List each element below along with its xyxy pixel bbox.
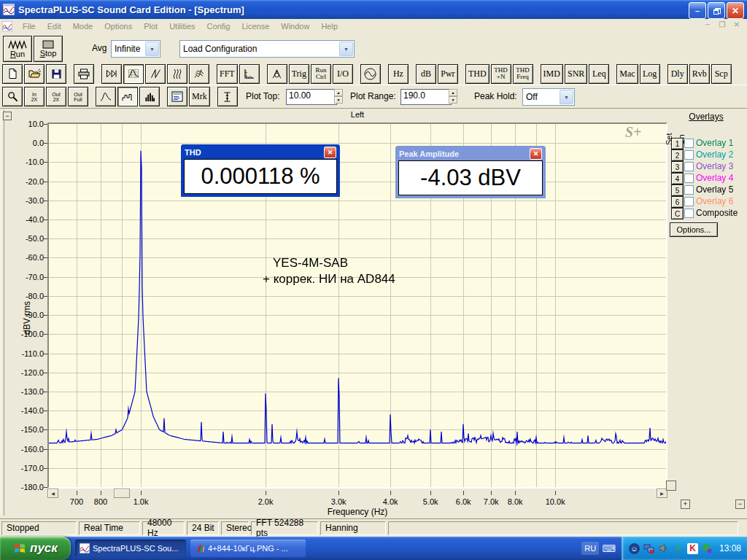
overlay-set-button-3[interactable]: 3: [671, 161, 684, 173]
spectrogram-view-button[interactable]: [167, 64, 187, 84]
display-options-button[interactable]: [167, 87, 187, 106]
generator-button[interactable]: [360, 64, 381, 84]
plot-range-input[interactable]: 190.0: [400, 89, 452, 105]
messenger-tray-icon[interactable]: ☺: [629, 543, 640, 554]
zoom-out-x-button[interactable]: −: [735, 499, 745, 509]
bars-button[interactable]: [139, 87, 160, 106]
volume-tray-icon[interactable]: [658, 543, 669, 554]
overlay-set-button-1[interactable]: 1: [671, 138, 684, 149]
zoom-in-x-button[interactable]: +: [681, 499, 690, 509]
zoom-button[interactable]: [2, 87, 23, 106]
overlay-set-button-4[interactable]: 4: [671, 173, 684, 184]
fft-settings-button[interactable]: FFT: [217, 64, 238, 84]
overlay-set-button-6[interactable]: 6: [671, 196, 684, 208]
overlay-on-checkbox-6[interactable]: [684, 197, 694, 206]
waveform-view-button[interactable]: [145, 64, 166, 84]
run-button[interactable]: Run: [3, 36, 32, 62]
spectrum-view-button[interactable]: [123, 64, 144, 84]
new-file-button[interactable]: [2, 64, 23, 84]
keyboard-icon[interactable]: ⌨: [602, 543, 616, 554]
overlay-on-checkbox-3[interactable]: [684, 162, 694, 171]
overlay-on-checkbox-4[interactable]: [684, 174, 694, 183]
thd-button[interactable]: THD: [465, 64, 489, 84]
thd-close-icon[interactable]: ✕: [324, 147, 336, 158]
dly-button[interactable]: Dly: [667, 64, 688, 84]
surface-view-button[interactable]: [189, 64, 209, 84]
hscroll-thumb[interactable]: [114, 489, 130, 498]
peak-amplitude-window[interactable]: Peak Amplitude ✕ -4.03 dBV: [395, 146, 546, 198]
narrowband-button[interactable]: [96, 87, 116, 106]
zoom-out-full-button[interactable]: OutFull: [68, 87, 88, 106]
peak-hold-select[interactable]: Off▼: [522, 88, 575, 106]
overlay-on-checkbox-2[interactable]: [684, 150, 694, 160]
task-button-2[interactable]: 4+844-10кГц.PNG - ...: [190, 540, 306, 557]
scale-button[interactable]: [239, 64, 260, 84]
minimize-button[interactable]: –: [689, 2, 706, 19]
stop-button[interactable]: Stop: [34, 36, 63, 62]
scp-button[interactable]: Scp: [711, 64, 732, 84]
menu-edit[interactable]: Edit: [42, 20, 67, 32]
load-configuration-select[interactable]: Load Configuration▼: [179, 40, 355, 58]
start-button[interactable]: пуск: [0, 537, 71, 560]
updater-tray-icon[interactable]: ✳: [673, 543, 684, 554]
overlay-options-button[interactable]: Options...: [670, 222, 718, 237]
peak-close-icon[interactable]: ✕: [530, 148, 542, 160]
zoom-in-2x-button[interactable]: In2X: [24, 87, 44, 106]
menu-mode[interactable]: Mode: [67, 20, 99, 32]
task-button-1[interactable]: SpectraPLUS-SC Sou...: [75, 540, 186, 557]
imd-button[interactable]: IMD: [541, 64, 563, 84]
thd-n-button[interactable]: THD +N: [491, 64, 511, 84]
run-control-button[interactable]: Run Ctrl: [311, 64, 331, 84]
db-button[interactable]: dB: [416, 64, 436, 84]
mdi-restore-icon[interactable]: ❐: [716, 20, 728, 28]
playback-button[interactable]: [101, 64, 122, 84]
antivirus-tray-icon[interactable]: K: [687, 543, 698, 554]
snr-button[interactable]: SNR: [565, 64, 587, 84]
zoom-out-2x-button[interactable]: Out2X: [46, 87, 66, 106]
plot-range-spinner[interactable]: ▲▼: [449, 89, 457, 104]
menu-help[interactable]: Help: [315, 20, 344, 32]
rvb-button[interactable]: Rvb: [689, 64, 710, 84]
menu-license[interactable]: License: [236, 20, 275, 32]
spectrum-plot[interactable]: [49, 124, 666, 487]
open-button[interactable]: [24, 64, 44, 84]
log-button[interactable]: Log: [640, 64, 660, 84]
leq-button[interactable]: Leq: [589, 64, 609, 84]
menu-utilities[interactable]: Utilities: [163, 20, 201, 32]
vertical-range-button[interactable]: [217, 87, 238, 106]
axis-corner-button[interactable]: [666, 481, 676, 491]
trigger-button[interactable]: Trig: [289, 64, 309, 84]
io-button[interactable]: I/O: [333, 64, 353, 84]
menu-options[interactable]: Options: [98, 20, 138, 32]
calibration-button[interactable]: [267, 64, 287, 84]
restore-button[interactable]: [708, 2, 725, 19]
close-button[interactable]: ✕: [727, 2, 744, 19]
avg-select[interactable]: Infinite▼: [111, 40, 160, 58]
connection-tray-icon[interactable]: [702, 543, 713, 554]
overlay-on-checkbox-c[interactable]: [684, 209, 694, 218]
save-button[interactable]: [46, 64, 66, 84]
overlay-on-checkbox-5[interactable]: [684, 185, 694, 195]
plot-top-input[interactable]: 10.00: [286, 89, 337, 105]
menu-config[interactable]: Config: [201, 20, 236, 32]
menu-plot[interactable]: Plot: [138, 20, 163, 32]
mdi-minimize-icon[interactable]: –: [702, 20, 713, 28]
hz-button[interactable]: Hz: [388, 64, 409, 84]
octave-button[interactable]: [117, 87, 138, 106]
overlay-set-button-2[interactable]: 2: [671, 149, 684, 161]
marker-button[interactable]: Mrk: [189, 87, 210, 106]
mdi-close-icon[interactable]: ✕: [731, 20, 743, 28]
mac-button[interactable]: Mac: [616, 64, 638, 84]
overlay-set-button-5[interactable]: 5: [671, 184, 684, 196]
overlay-set-button-c[interactable]: C: [671, 208, 684, 219]
menu-window[interactable]: Window: [275, 20, 315, 32]
hscroll-left-arrow[interactable]: ◀: [47, 489, 58, 498]
network-tray-icon[interactable]: [643, 543, 654, 554]
menu-file[interactable]: File: [17, 20, 42, 32]
language-indicator[interactable]: RU: [581, 542, 599, 555]
plot-top-spinner[interactable]: ▲▼: [334, 89, 343, 104]
print-button[interactable]: [74, 64, 94, 84]
thd-freq-button[interactable]: THD Freq: [513, 64, 533, 84]
thd-window[interactable]: THD ✕ 0.000118 %: [181, 144, 340, 197]
overlay-on-checkbox-1[interactable]: [684, 139, 694, 148]
